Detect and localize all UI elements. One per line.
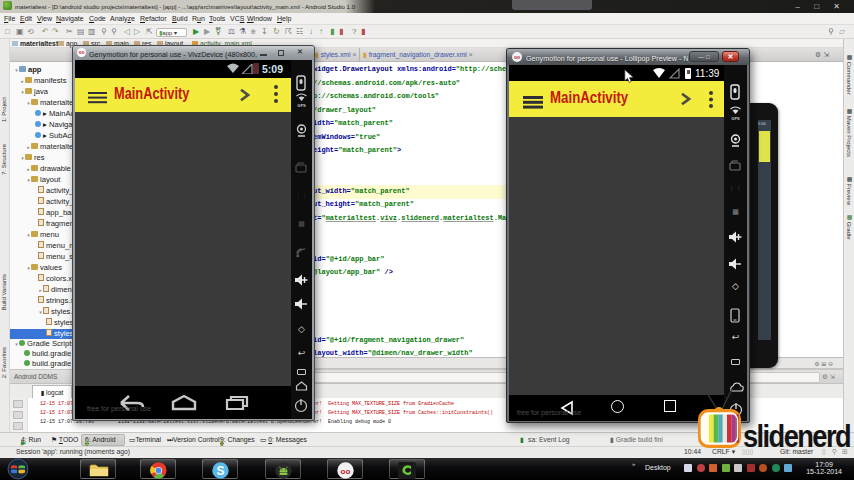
svg-text:S: S	[216, 464, 224, 478]
svg-text:oo: oo	[341, 467, 351, 476]
